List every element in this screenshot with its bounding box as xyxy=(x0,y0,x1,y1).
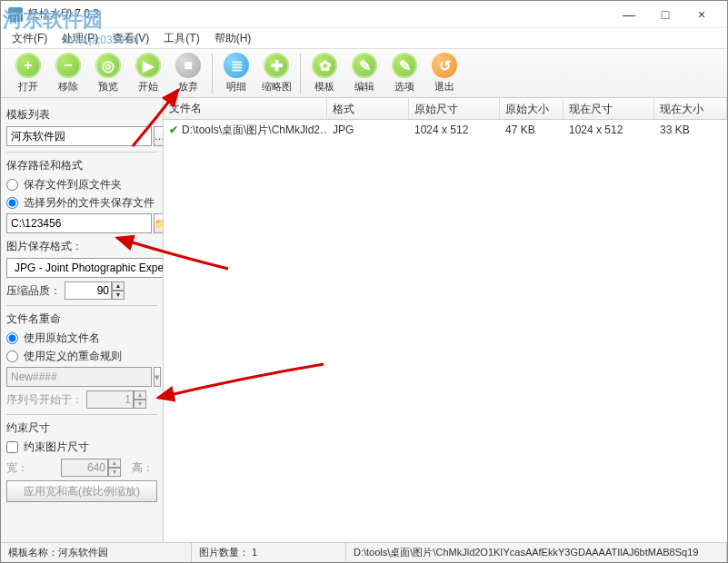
radio-custom-name-label: 使用定义的重命规则 xyxy=(24,349,122,364)
radio-custom-name[interactable] xyxy=(6,351,18,362)
width-input[interactable] xyxy=(61,459,108,477)
toolbar-exit[interactable]: ↺退出 xyxy=(424,51,464,96)
toolbar-remove-label: 移除 xyxy=(58,80,78,94)
save-path-input[interactable] xyxy=(6,213,152,233)
height-label: 高： xyxy=(132,460,164,476)
right-panel: 文件名 格式 原始尺寸 原始大小 现在尺寸 现在大小 ✔D:\tools\桌面\… xyxy=(164,98,727,542)
menu-tools[interactable]: 工具(T) xyxy=(158,29,204,48)
menu-view[interactable]: 查看(V) xyxy=(107,29,155,48)
toolbar-detail-label: 明细 xyxy=(226,80,246,94)
menu-file[interactable]: 文件(F) xyxy=(6,29,53,48)
toolbar-thumb-label: 缩略图 xyxy=(262,80,292,94)
toolbar-open[interactable]: +打开 xyxy=(8,51,48,96)
pencil-icon: ✎ xyxy=(352,53,377,78)
radio-orig-name-label: 使用原始文件名 xyxy=(24,331,100,346)
puzzle-icon: ✿ xyxy=(312,53,337,78)
list-icon: ≣ xyxy=(224,53,249,78)
cell-orig-size: 1024 x 512 xyxy=(409,122,500,138)
minimize-button[interactable]: — xyxy=(611,2,647,27)
cell-now-bytes: 33 KB xyxy=(654,122,727,138)
width-up[interactable]: ▲ xyxy=(108,459,121,468)
maximize-button[interactable]: □ xyxy=(647,2,683,27)
col-filename[interactable]: 文件名 xyxy=(164,98,327,119)
seq-up[interactable]: ▲ xyxy=(134,390,146,400)
template-edit-button[interactable]: … xyxy=(154,126,164,146)
app-icon xyxy=(8,7,23,22)
quality-up[interactable]: ▲ xyxy=(112,282,125,291)
toolbar-start-label: 开始 xyxy=(138,80,158,94)
width-label: 宽： xyxy=(6,460,57,476)
toolbar-start[interactable]: ▶开始 xyxy=(128,51,168,96)
toolbar-remove[interactable]: −移除 xyxy=(48,51,88,96)
radio-same-folder-label: 保存文件到原文件夹 xyxy=(24,177,122,193)
toolbar-detail[interactable]: ≣明细 xyxy=(216,51,256,96)
toolbar-open-label: 打开 xyxy=(18,80,38,94)
left-panel: 模板列表 … ▼ 保存路径和格式 保存文件到原文件夹 选择另外的文件夹保存文件 … xyxy=(1,98,164,542)
rename-dropdown-button[interactable]: ▾ xyxy=(154,367,161,387)
rename-title: 文件名重命 xyxy=(6,311,157,327)
toolbar-options-label: 选项 xyxy=(394,80,414,94)
toolbar-exit-label: 退出 xyxy=(434,80,454,94)
menu-help[interactable]: 帮助(H) xyxy=(209,29,257,48)
toolbar-preview[interactable]: ◎预览 xyxy=(88,51,128,96)
toolbar-preview-label: 预览 xyxy=(98,80,118,94)
quality-label: 压缩品质： xyxy=(6,283,61,299)
format-label: 图片保存格式： xyxy=(6,239,157,254)
quality-down[interactable]: ▼ xyxy=(112,291,125,300)
col-orig-bytes[interactable]: 原始大小 xyxy=(500,98,563,119)
stop-icon: ■ xyxy=(175,53,201,78)
radio-orig-name[interactable] xyxy=(6,332,18,344)
table-header: 文件名 格式 原始尺寸 原始大小 现在尺寸 现在大小 xyxy=(164,98,727,120)
col-orig-size[interactable]: 原始尺寸 xyxy=(409,98,500,119)
seq-input[interactable] xyxy=(86,390,134,409)
radio-other-folder-label: 选择另外的文件夹保存文件 xyxy=(24,195,155,211)
radio-same-folder[interactable] xyxy=(6,179,18,191)
constrain-title: 约束尺寸 xyxy=(6,420,157,436)
table-row[interactable]: ✔D:\tools\桌面\图片\ChMkJld2… JPG 1024 x 512… xyxy=(164,120,727,140)
chk-constrain-label: 约束图片尺寸 xyxy=(24,440,89,455)
menubar: 文件(F) 处理(P) 查看(V) 工具(T) 帮助(H) xyxy=(1,28,727,48)
width-down[interactable]: ▼ xyxy=(108,468,121,477)
status-path: D:\tools\桌面\图片\ChMkJld2O1KIYcasAAfEkkY3G… xyxy=(346,543,727,562)
toolbar-sep xyxy=(300,54,301,94)
check-icon: ✔ xyxy=(169,123,178,136)
browse-folder-button[interactable]: 📁 xyxy=(154,213,164,233)
plus-icon: + xyxy=(15,53,41,78)
radio-other-folder[interactable] xyxy=(6,197,18,209)
toolbar-template-label: 模板 xyxy=(314,80,334,94)
grid-icon: ✚ xyxy=(264,53,289,78)
toolbar-sep xyxy=(212,54,213,94)
rename-pattern-input[interactable] xyxy=(6,367,152,387)
toolbar-edit[interactable]: ✎编辑 xyxy=(344,51,384,96)
menu-process[interactable]: 处理(P) xyxy=(56,29,104,48)
wrench-icon: ✎ xyxy=(392,53,417,78)
toolbar-abort-label: 放弃 xyxy=(178,80,198,94)
format-select[interactable]: JPG - Joint Photographic Experts Group xyxy=(6,258,164,278)
exit-icon: ↺ xyxy=(432,53,457,78)
toolbar-abort[interactable]: ■放弃 xyxy=(168,51,208,96)
toolbar-options[interactable]: ✎选项 xyxy=(384,51,424,96)
window-title: 轻松水印 7.0.3 xyxy=(28,6,611,22)
status-template: 模板名称：河东软件园 xyxy=(1,543,192,562)
seq-down[interactable]: ▼ xyxy=(134,400,146,409)
toolbar: +打开 −移除 ◎预览 ▶开始 ■放弃 ≣明细 ✚缩略图 ✿模板 ✎编辑 ✎选项… xyxy=(1,48,727,98)
chk-constrain-size[interactable] xyxy=(6,441,18,453)
table-body[interactable]: ✔D:\tools\桌面\图片\ChMkJld2… JPG 1024 x 512… xyxy=(164,120,727,542)
quality-input[interactable] xyxy=(65,282,112,300)
cell-filename: D:\tools\桌面\图片\ChMkJld2… xyxy=(182,123,327,138)
apply-size-button[interactable]: 应用宽和高(按比例缩放) xyxy=(6,480,157,502)
col-format[interactable]: 格式 xyxy=(327,98,409,119)
status-count: 图片数量： 1 xyxy=(192,543,346,562)
template-list-title: 模板列表 xyxy=(6,107,157,123)
seq-label: 序列号开始于： xyxy=(6,392,83,408)
toolbar-template[interactable]: ✿模板 xyxy=(304,51,344,96)
toolbar-thumb[interactable]: ✚缩略图 xyxy=(256,51,296,96)
col-now-bytes[interactable]: 现在大小 xyxy=(654,98,727,119)
close-button[interactable]: × xyxy=(683,2,720,27)
save-path-title: 保存路径和格式 xyxy=(6,158,157,173)
template-select[interactable] xyxy=(6,126,152,146)
cell-now-size: 1024 x 512 xyxy=(563,122,654,138)
col-now-size[interactable]: 现在尺寸 xyxy=(563,98,654,119)
play-icon: ▶ xyxy=(135,53,161,78)
cell-format: JPG xyxy=(327,122,409,138)
